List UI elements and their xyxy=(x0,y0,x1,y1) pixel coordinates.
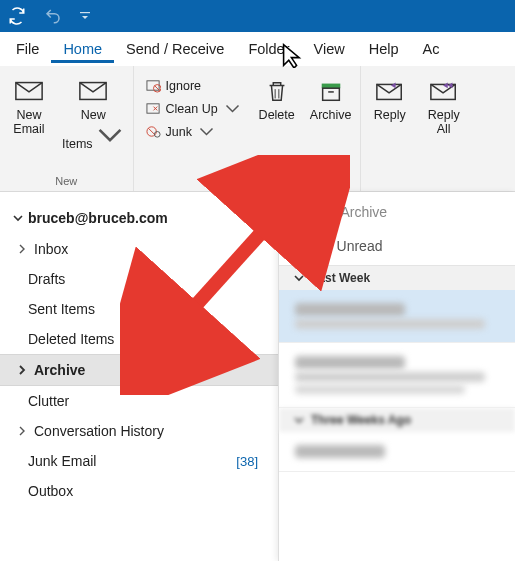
new-items-button[interactable]: New Items xyxy=(62,72,125,152)
cursor-icon xyxy=(279,42,309,68)
cleanup-icon xyxy=(146,101,161,116)
envelope-icon xyxy=(14,78,44,104)
tab-view[interactable]: View xyxy=(302,35,357,63)
undo-icon[interactable] xyxy=(44,7,62,25)
group-last-week[interactable]: Last Week xyxy=(279,266,515,290)
reply-all-icon xyxy=(429,78,459,104)
menu-bar: File Home Send / Receive Folder View Hel… xyxy=(0,32,515,66)
folder-junk[interactable]: Junk Email[38] xyxy=(0,446,278,476)
chevron-down-icon xyxy=(12,212,24,224)
chevron-right-icon xyxy=(16,425,28,437)
message-list-pane: Search Archive All Unread Last Week Thre… xyxy=(278,192,515,561)
reply-all-button[interactable]: Reply All xyxy=(423,72,465,137)
folder-archive[interactable]: Archive xyxy=(0,354,278,386)
folder-conversation-history[interactable]: Conversation History xyxy=(0,416,278,446)
group-three-weeks[interactable]: Three Weeks Ago xyxy=(279,408,515,432)
folder-sent[interactable]: Sent Items xyxy=(0,294,278,324)
ribbon: New Email New Items New Ignore Clean Up xyxy=(0,66,515,192)
group-label-new: New xyxy=(55,175,77,189)
folder-deleted[interactable]: Deleted Items xyxy=(0,324,278,354)
tab-file[interactable]: File xyxy=(4,35,51,63)
title-bar xyxy=(0,0,515,32)
workspace: bruceb@bruceb.com Inbox Drafts Sent Item… xyxy=(0,192,515,561)
account-header[interactable]: bruceb@bruceb.com xyxy=(0,206,278,234)
archive-icon xyxy=(316,78,346,104)
archive-button[interactable]: Archive xyxy=(310,72,352,122)
chevron-down-icon xyxy=(293,414,305,426)
chevron-right-icon xyxy=(16,364,28,376)
folder-clutter[interactable]: Clutter xyxy=(0,386,278,416)
tab-account[interactable]: Ac xyxy=(411,35,452,63)
junk-count: [38] xyxy=(236,454,264,469)
ribbon-group-respond: Reply Reply All xyxy=(361,66,473,191)
message-item[interactable] xyxy=(279,343,515,408)
tab-help[interactable]: Help xyxy=(357,35,411,63)
junk-icon xyxy=(146,124,161,139)
svg-rect-6 xyxy=(147,104,159,113)
filter-tabs: All Unread xyxy=(279,232,515,266)
chevron-down-icon xyxy=(293,272,305,284)
folder-outbox[interactable]: Outbox xyxy=(0,476,278,506)
chevron-down-icon xyxy=(199,124,214,139)
folder-drafts[interactable]: Drafts xyxy=(0,264,278,294)
folder-inbox[interactable]: Inbox xyxy=(0,234,278,264)
ignore-button[interactable]: Ignore xyxy=(142,76,244,95)
customize-dropdown-icon[interactable] xyxy=(80,11,90,21)
folder-pane: bruceb@bruceb.com Inbox Drafts Sent Item… xyxy=(0,192,278,561)
svg-rect-0 xyxy=(80,12,90,13)
message-item[interactable] xyxy=(279,290,515,343)
chevron-down-icon xyxy=(225,101,240,116)
delete-button[interactable]: Delete xyxy=(256,72,298,122)
reply-icon xyxy=(375,78,405,104)
filter-all[interactable]: All xyxy=(297,232,317,265)
junk-button[interactable]: Junk xyxy=(142,122,244,141)
ribbon-group-new: New Email New Items New xyxy=(0,66,134,191)
envelope-icon xyxy=(78,78,108,104)
tab-home[interactable]: Home xyxy=(51,35,114,63)
new-email-button[interactable]: New Email xyxy=(8,72,50,152)
chevron-right-icon xyxy=(16,243,28,255)
svg-rect-13 xyxy=(322,88,339,100)
ribbon-group-delete: Ignore Clean Up Junk Delete xyxy=(134,66,361,191)
trash-icon xyxy=(262,78,292,104)
ignore-icon xyxy=(146,78,161,93)
cleanup-button[interactable]: Clean Up xyxy=(142,99,244,118)
chevron-down-icon xyxy=(95,122,125,148)
search-input[interactable]: Search Archive xyxy=(279,192,515,232)
tab-send-receive[interactable]: Send / Receive xyxy=(114,35,236,63)
svg-line-8 xyxy=(148,128,155,135)
group-label-respond xyxy=(415,175,418,189)
refresh-icon[interactable] xyxy=(8,7,26,25)
reply-button[interactable]: Reply xyxy=(369,72,411,137)
filter-unread[interactable]: Unread xyxy=(335,232,385,265)
message-item[interactable] xyxy=(279,432,515,472)
group-label-delete: Delet xyxy=(234,175,260,189)
